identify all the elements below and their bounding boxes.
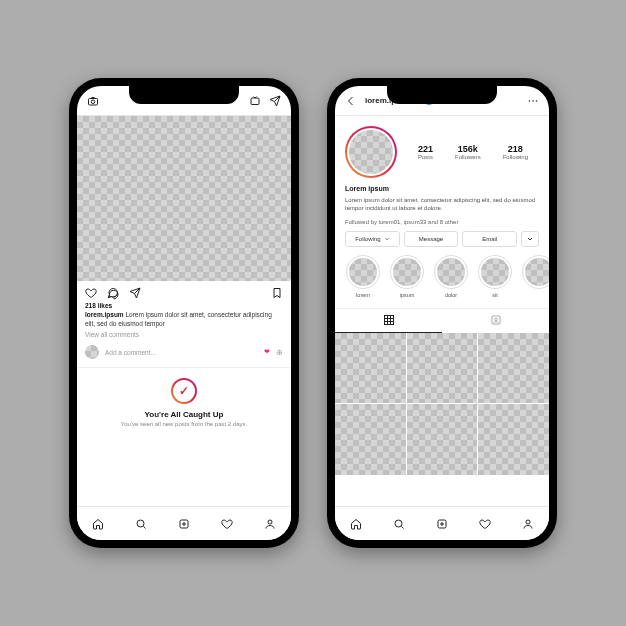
- highlight-item[interactable]: ipsum: [389, 255, 425, 298]
- grid-photo[interactable]: [478, 404, 549, 475]
- notch: [129, 86, 239, 104]
- following-label: Following: [503, 154, 528, 160]
- highlight-label: ipsum: [389, 292, 425, 298]
- grid-photo[interactable]: [407, 333, 478, 404]
- svg-point-1: [91, 100, 95, 104]
- svg-rect-9: [384, 316, 393, 325]
- caught-up-panel: ✓ You're All Caught Up You've seen all n…: [77, 367, 291, 433]
- profile-grid-tabs: [335, 308, 549, 333]
- share-icon[interactable]: [129, 287, 141, 299]
- highlight-item[interactable]: lorem: [345, 255, 381, 298]
- comment-icon[interactable]: [107, 287, 119, 299]
- posts-count: 221: [418, 144, 433, 154]
- svg-rect-2: [251, 98, 259, 105]
- screen-feed: 218 likes lorem.ipsum Lorem ipsum dolor …: [77, 86, 291, 540]
- profile-picture-ring[interactable]: [345, 126, 397, 178]
- svg-rect-10: [492, 316, 500, 324]
- search-icon[interactable]: [135, 518, 147, 530]
- chevron-down-icon: [384, 236, 390, 242]
- bottom-nav: [77, 506, 291, 540]
- profile-buttons: Following Message Email: [335, 231, 549, 255]
- caption-username[interactable]: lorem.ipsum: [85, 311, 124, 318]
- bookmark-icon[interactable]: [271, 287, 283, 299]
- profile-icon[interactable]: [522, 518, 534, 530]
- caught-up-title: You're All Caught Up: [89, 410, 279, 419]
- notch: [387, 86, 497, 104]
- stat-posts[interactable]: 221 Posts: [418, 144, 433, 160]
- activity-icon[interactable]: [479, 518, 491, 530]
- add-comment-placeholder[interactable]: Add a comment...: [105, 349, 258, 356]
- svg-point-5: [268, 520, 272, 524]
- profile-bio: Lorem ipsum Lorem ipsum dolor sit amet, …: [335, 182, 549, 219]
- view-all-comments[interactable]: View all comments: [85, 330, 283, 339]
- svg-rect-0: [89, 98, 98, 105]
- chevron-down-icon: [526, 235, 534, 243]
- svg-point-14: [526, 520, 530, 524]
- grid-photo[interactable]: [478, 333, 549, 404]
- caught-up-subtitle: You've seen all new posts from the past …: [89, 421, 279, 427]
- post-caption: lorem.ipsum Lorem ipsum dolor sit amet, …: [85, 310, 283, 328]
- photo-grid: [335, 333, 549, 475]
- post-image[interactable]: [77, 116, 291, 281]
- back-icon[interactable]: [345, 95, 357, 107]
- svg-point-6: [529, 100, 531, 102]
- search-icon[interactable]: [393, 518, 405, 530]
- send-icon[interactable]: [269, 95, 281, 107]
- followers-label: Followers: [455, 154, 481, 160]
- stat-followers[interactable]: 156k Followers: [455, 144, 481, 160]
- svg-point-3: [137, 520, 144, 527]
- home-icon[interactable]: [350, 518, 362, 530]
- grid-photo[interactable]: [335, 333, 406, 404]
- tab-tagged[interactable]: [442, 309, 549, 333]
- tab-grid[interactable]: [335, 309, 442, 333]
- svg-point-7: [532, 100, 534, 102]
- following-label: Following: [355, 236, 380, 242]
- home-icon[interactable]: [92, 518, 104, 530]
- post-meta: 218 likes lorem.ipsum Lorem ipsum dolor …: [77, 301, 291, 339]
- highlights-row: lorem ipsum dolor sit: [335, 255, 549, 308]
- following-button[interactable]: Following: [345, 231, 400, 247]
- likes-count[interactable]: 218 likes: [85, 301, 283, 310]
- caught-up-icon: ✓: [171, 378, 197, 404]
- highlight-label: sit: [477, 292, 513, 298]
- suggested-button[interactable]: [521, 231, 539, 247]
- highlight-item[interactable]: [521, 255, 549, 298]
- email-button[interactable]: Email: [462, 231, 517, 247]
- profile-picture: [349, 130, 393, 174]
- message-label: Message: [419, 236, 443, 242]
- profile-stats: 221 Posts 156k Followers 218 Following: [407, 126, 539, 178]
- following-count: 218: [503, 144, 528, 154]
- comment-avatar: [85, 345, 99, 359]
- email-label: Email: [482, 236, 497, 242]
- svg-point-11: [494, 318, 497, 321]
- profile-name: Lorem ipsum: [345, 184, 539, 194]
- profile-bio-text: Lorem ipsum dolor sit amet, consectetur …: [345, 196, 539, 213]
- phone-feed: 218 likes lorem.ipsum Lorem ipsum dolor …: [69, 78, 299, 548]
- add-post-icon[interactable]: [436, 518, 448, 530]
- camera-icon[interactable]: [87, 95, 99, 107]
- followed-by[interactable]: Followed by lorem01, ipsum33 and 8 other: [335, 219, 549, 231]
- grid-photo[interactable]: [335, 404, 406, 475]
- igtv-icon[interactable]: [249, 95, 261, 107]
- profile-header: 221 Posts 156k Followers 218 Following: [335, 116, 549, 182]
- activity-icon[interactable]: [221, 518, 233, 530]
- plus-mini-icon[interactable]: ⊕: [276, 348, 283, 357]
- svg-point-12: [395, 520, 402, 527]
- add-comment-row[interactable]: Add a comment... ❤ ⊕: [77, 339, 291, 367]
- highlight-item[interactable]: sit: [477, 255, 513, 298]
- like-icon[interactable]: [85, 287, 97, 299]
- followers-count: 156k: [455, 144, 481, 154]
- profile-icon[interactable]: [264, 518, 276, 530]
- highlight-item[interactable]: dolor: [433, 255, 469, 298]
- heart-mini-icon[interactable]: ❤: [264, 348, 270, 356]
- svg-point-8: [536, 100, 538, 102]
- add-post-icon[interactable]: [178, 518, 190, 530]
- post-actions: [77, 281, 291, 301]
- message-button[interactable]: Message: [404, 231, 459, 247]
- more-icon[interactable]: [527, 95, 539, 107]
- grid-photo[interactable]: [407, 404, 478, 475]
- posts-label: Posts: [418, 154, 433, 160]
- bottom-nav: [335, 506, 549, 540]
- stat-following[interactable]: 218 Following: [503, 144, 528, 160]
- phone-profile: lorem.ipsum99 ✓ 221 Posts: [327, 78, 557, 548]
